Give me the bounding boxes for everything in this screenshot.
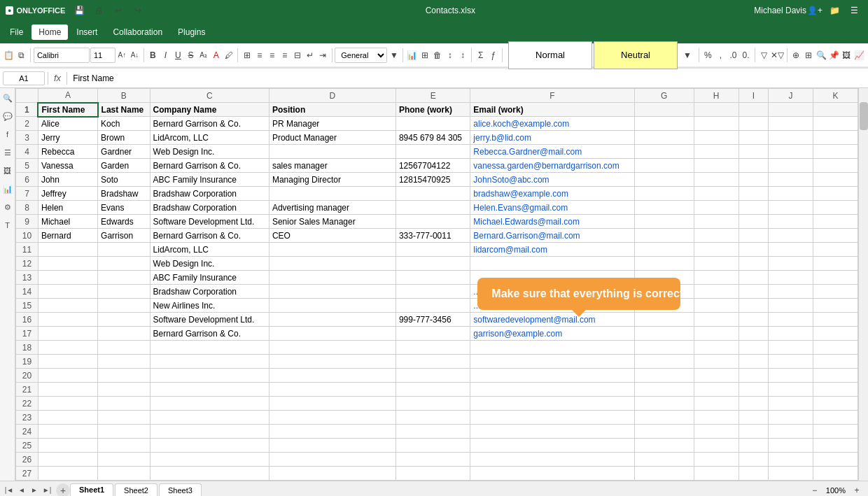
col-header-G[interactable]: G	[634, 89, 694, 103]
merge-button[interactable]: ⊟	[291, 47, 303, 64]
align-right-button[interactable]: ≡	[279, 47, 290, 64]
sheet-last-button[interactable]: ►|	[41, 484, 53, 497]
menu-file[interactable]: File	[3, 24, 30, 40]
strikethrough-button[interactable]: S	[185, 47, 197, 64]
sheet-next-button[interactable]: ►	[28, 484, 41, 497]
menu-collaboration[interactable]: Collaboration	[106, 24, 169, 40]
cell-B1[interactable]: Last Name	[98, 103, 150, 117]
cell-F1[interactable]: Email (work)	[470, 103, 634, 117]
folder-button[interactable]: 📁	[826, 2, 843, 19]
increase-decimal-button[interactable]: .0	[727, 47, 739, 64]
more-styles-button[interactable]: ▼	[679, 47, 696, 64]
add-user-button[interactable]: 👤+	[806, 2, 823, 19]
col-header-F[interactable]: F	[470, 89, 634, 103]
cell-I1[interactable]	[738, 103, 769, 117]
cell-K1[interactable]	[813, 103, 858, 117]
cell-G1[interactable]	[634, 103, 694, 117]
format-as-table-button[interactable]: ⊞	[419, 47, 430, 64]
indent-button[interactable]: ⇥	[316, 47, 328, 64]
percent-button[interactable]: %	[702, 47, 714, 64]
formula-input[interactable]	[70, 71, 865, 85]
col-header-H[interactable]: H	[694, 89, 738, 103]
font-color-button[interactable]: A	[210, 47, 222, 64]
filter-button[interactable]: ▽	[758, 47, 770, 64]
images-button[interactable]: 🖼	[841, 47, 853, 64]
font-size-input[interactable]	[90, 48, 115, 63]
vertical-scrollbar[interactable]	[858, 88, 868, 481]
sheet-tab-2[interactable]: Sheet2	[115, 483, 158, 497]
highlight-button[interactable]: 🖊	[223, 47, 234, 64]
italic-button[interactable]: I	[160, 47, 172, 64]
align-center-button[interactable]: ≡	[266, 47, 278, 64]
copy-button[interactable]: ⧉	[15, 47, 27, 64]
search-sidebar-icon[interactable]: 🔍	[1, 91, 15, 105]
settings-sidebar-icon[interactable]: ⚙	[1, 200, 15, 214]
save-button[interactable]: 💾	[71, 2, 88, 19]
delete-button[interactable]: 🗑	[431, 47, 443, 64]
number-format-select[interactable]: General Number Currency Date	[335, 48, 387, 63]
col-header-D[interactable]: D	[269, 89, 396, 103]
style-normal[interactable]: Normal	[508, 41, 592, 69]
add-sheet-button[interactable]: +	[56, 483, 70, 497]
cell-A1[interactable]: First Name	[38, 103, 97, 117]
image-sidebar-icon[interactable]: 🖼	[1, 164, 15, 178]
insert-row-button[interactable]: ⊕	[790, 47, 802, 64]
cell-J1[interactable]	[769, 103, 813, 117]
font-name-input[interactable]	[34, 48, 90, 63]
named-range-sidebar-icon[interactable]: ☰	[1, 146, 15, 160]
underline-button[interactable]: U	[172, 47, 184, 64]
sheet-tab-3[interactable]: Sheet3	[159, 483, 202, 497]
sheet-first-button[interactable]: |◄	[3, 484, 15, 497]
undo-button[interactable]: ↩	[110, 2, 127, 19]
function-button[interactable]: ƒ	[487, 47, 499, 64]
redo-button[interactable]: ↪	[130, 2, 146, 19]
cell-D1[interactable]: Position	[269, 103, 396, 117]
cell-E1[interactable]: Phone (work)	[396, 103, 470, 117]
bold-button[interactable]: B	[147, 47, 159, 64]
text-sidebar-icon[interactable]: T	[1, 218, 15, 232]
subscript-button[interactable]: A₂	[197, 47, 209, 64]
cell-C1[interactable]: Company Name	[150, 103, 269, 117]
style-neutral[interactable]: Neutral	[594, 41, 678, 69]
sort-az-button[interactable]: ↕	[444, 47, 456, 64]
col-header-C[interactable]: C	[150, 89, 269, 103]
paste-button[interactable]: 📋	[3, 47, 15, 64]
sort-za-button[interactable]: ↕	[456, 47, 468, 64]
zoom-out-button[interactable]: −	[806, 482, 823, 497]
formula-fx-icon[interactable]: fx	[51, 73, 64, 83]
col-header-J[interactable]: J	[769, 89, 813, 103]
format-cells-button[interactable]: ⊞	[803, 47, 815, 64]
sum-button[interactable]: Σ	[475, 47, 486, 64]
number-format-more[interactable]: ▼	[388, 47, 400, 64]
borders-button[interactable]: ⊞	[241, 47, 253, 64]
clear-filter-button[interactable]: ✕▽	[771, 47, 784, 64]
conditional-format-button[interactable]: 📊	[406, 47, 418, 64]
col-header-I[interactable]: I	[738, 89, 769, 103]
menu-insert[interactable]: Insert	[69, 24, 104, 40]
chart-button[interactable]: 📈	[853, 47, 865, 64]
sheet-tab-1[interactable]: Sheet1	[70, 483, 113, 497]
named-ranges-button[interactable]: 📌	[828, 47, 840, 64]
decrease-decimal-button[interactable]: 0.	[740, 47, 752, 64]
cell-reference-input[interactable]	[3, 71, 45, 85]
decrease-font-button[interactable]: A↓	[129, 47, 141, 64]
comma-button[interactable]: ,	[715, 47, 727, 64]
chart-sidebar-icon[interactable]: 📊	[1, 182, 15, 196]
menu-home[interactable]: Home	[31, 24, 68, 40]
formula-sidebar-icon[interactable]: f	[1, 127, 15, 141]
comment-sidebar-icon[interactable]: 💬	[1, 109, 15, 123]
sheet-prev-button[interactable]: ◄	[15, 484, 28, 497]
find-button[interactable]: 🔍	[816, 47, 827, 64]
col-header-E[interactable]: E	[396, 89, 470, 103]
align-left-button[interactable]: ≡	[253, 47, 265, 64]
quick-print-button[interactable]: 🖨	[90, 2, 107, 19]
col-header-K[interactable]: K	[813, 89, 858, 103]
cell-H1[interactable]	[694, 103, 738, 117]
menu-button[interactable]: ☰	[846, 2, 862, 19]
col-header-B[interactable]: B	[98, 89, 150, 103]
col-header-A[interactable]: A	[38, 89, 97, 103]
wrap-button[interactable]: ↵	[304, 47, 316, 64]
menu-plugins[interactable]: Plugins	[171, 24, 212, 40]
zoom-in-button[interactable]: +	[848, 482, 865, 497]
increase-font-button[interactable]: A↑	[116, 47, 128, 64]
